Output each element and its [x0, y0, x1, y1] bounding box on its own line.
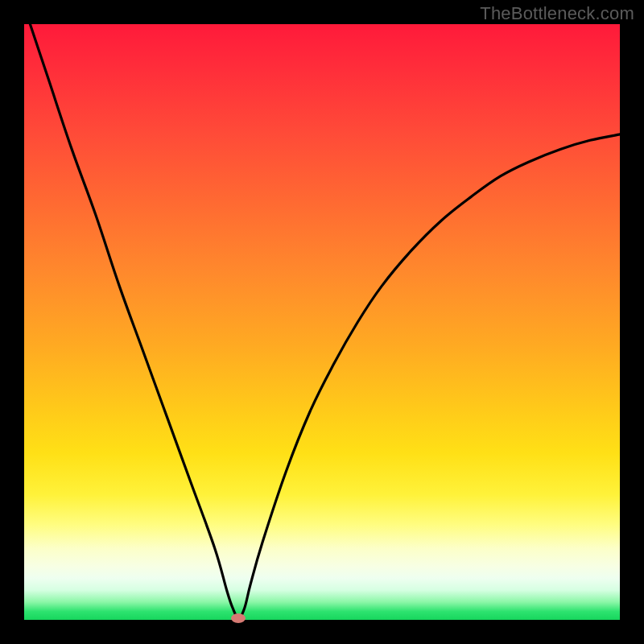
plot-area — [24, 24, 620, 620]
optimum-marker — [231, 613, 246, 623]
watermark-text: TheBottleneck.com — [480, 3, 634, 24]
chart-frame: TheBottleneck.com — [0, 0, 644, 644]
bottleneck-curve — [24, 24, 620, 620]
